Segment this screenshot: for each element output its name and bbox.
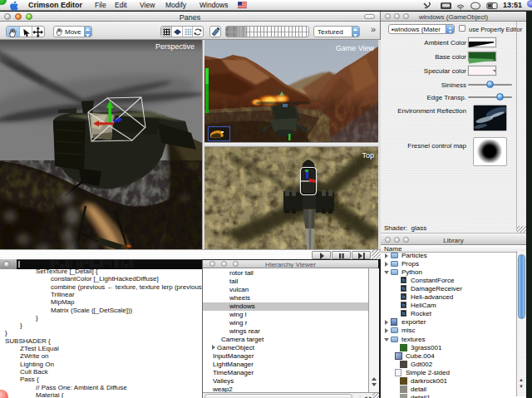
svg-text:Game View: Game View <box>336 44 375 52</box>
svg-text:Perspective: Perspective <box>155 42 195 51</box>
svg-text:Top: Top <box>362 151 374 160</box>
